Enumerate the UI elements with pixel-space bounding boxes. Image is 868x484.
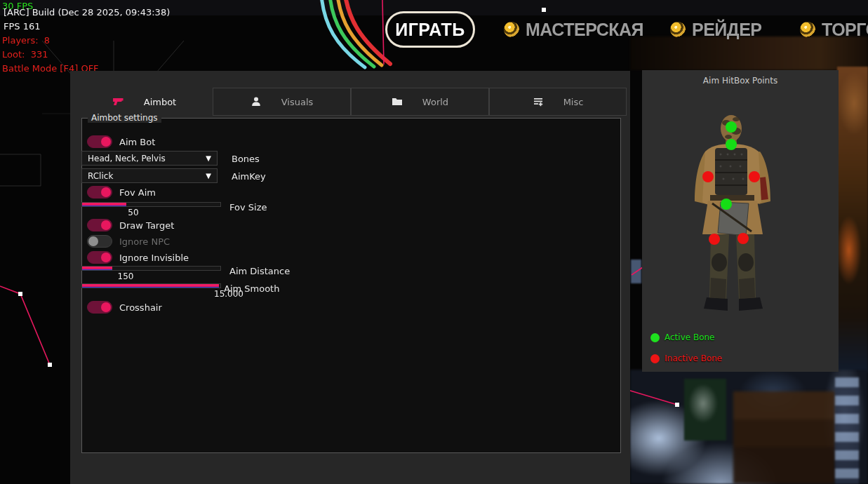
crosshair-row: Crosshair (87, 301, 112, 314)
toggle-knob (101, 253, 111, 262)
legend-label: Active Bone (665, 332, 715, 342)
slider-fill (82, 284, 219, 288)
hitbox-dot-pelvis[interactable] (721, 199, 732, 210)
draw-target-row: Draw Target (87, 219, 112, 231)
hitbox-dot-right-thigh[interactable] (737, 233, 749, 244)
draw-target-label: Draw Target (119, 220, 174, 231)
hitbox-dot-left-shoulder[interactable] (702, 171, 714, 182)
chevron-down-icon: ▼ (206, 172, 211, 180)
ignore-npc-row: Ignore NPC (87, 235, 112, 248)
ignore-npc-toggle[interactable] (87, 235, 112, 248)
ignore-invisible-row: Ignore Invisible (87, 251, 112, 264)
aim-hitbox-panel: Aim HitBox Points (642, 70, 839, 372)
crates (733, 391, 835, 484)
aim-distance-slider[interactable] (81, 266, 221, 271)
aim-bot-toggle[interactable] (87, 135, 112, 148)
slider-fill (82, 203, 126, 206)
fov-size-label: Fov Size (229, 202, 267, 213)
ignore-invisible-toggle[interactable] (87, 251, 112, 264)
toggle-knob (101, 220, 111, 230)
aim-bot-row: Aim Bot (87, 135, 112, 148)
bones-dropdown-value: Head, Neck, Pelvis (88, 154, 166, 163)
coin-icon (670, 22, 686, 37)
ignore-npc-label: Ignore NPC (119, 236, 170, 247)
hitbox-dot-left-thigh[interactable] (709, 234, 720, 245)
aimkey-label: AimKey (232, 171, 266, 182)
toggle-knob (101, 187, 111, 197)
fov-size-value: 50 (112, 208, 154, 217)
fov-size-slider[interactable] (81, 202, 221, 207)
hud-fps-counter: FPS 161 (4, 22, 41, 31)
hitbox-dot-head[interactable] (726, 121, 737, 133)
bones-dropdown[interactable]: Head, Neck, Pelvis ▼ (81, 151, 218, 166)
draw-target-toggle[interactable] (87, 219, 112, 231)
menu-item-trader[interactable]: ТОРГО (800, 20, 868, 39)
chevron-down-icon: ▼ (206, 154, 211, 162)
legend-inactive-bone: Inactive Bone (650, 354, 722, 363)
menu-item-label: МАСТЕРСКАЯ (526, 20, 643, 40)
fov-aim-row: Fov Aim (87, 186, 112, 199)
hud-build-info: [ARC] Build (Dec 28 2025, 09:43:38) (4, 8, 170, 17)
hitbox-dot-neck[interactable] (726, 139, 737, 150)
aim-smooth-value: 15.000 (208, 289, 250, 299)
tab-label: Misc (563, 97, 584, 107)
blue-object (631, 260, 641, 283)
hitbox-dot-right-shoulder[interactable] (749, 171, 760, 182)
toggle-knob (101, 302, 111, 312)
tab-label: Visuals (281, 97, 314, 107)
lit-shelf (835, 377, 859, 484)
play-button[interactable]: ИГРАТЬ (385, 11, 475, 48)
bones-label: Bones (232, 154, 260, 164)
aim-bot-label: Aim Bot (119, 137, 155, 147)
hitbox-panel-title: Aim HitBox Points (642, 76, 839, 86)
tab-aimbot[interactable]: Aimbot (76, 88, 213, 116)
menu-item-workshop[interactable]: МАСТЕРСКАЯ (504, 20, 643, 39)
tab-label: Aimbot (144, 97, 176, 107)
cheat-window: Aimbot Visuals World (70, 71, 630, 484)
coin-icon (504, 22, 519, 37)
legend-label: Inactive Bone (665, 354, 722, 363)
menu-item-raider[interactable]: РЕЙДЕР (670, 20, 761, 39)
tab-misc[interactable]: Misc (489, 88, 627, 116)
legend-active-bone: Active Bone (650, 332, 715, 342)
green-sign (684, 379, 726, 441)
toggle-knob (101, 137, 111, 147)
menu-item-label: РЕЙДЕР (692, 20, 761, 40)
rock-background-top (630, 36, 868, 70)
person-icon (251, 96, 262, 107)
hud-loot-count: Loot: 331 (2, 50, 48, 59)
slider-fill (82, 267, 112, 270)
play-button-label: ИГРАТЬ (395, 20, 465, 40)
toggle-knob (88, 236, 98, 246)
tab-visuals[interactable]: Visuals (213, 88, 351, 116)
aim-distance-label: Aim Distance (229, 266, 290, 276)
aim-smooth-slider[interactable] (81, 283, 221, 288)
fov-aim-label: Fov Aim (119, 187, 156, 198)
aimkey-dropdown[interactable]: RClick ▼ (81, 168, 218, 183)
aimkey-dropdown-value: RClick (88, 171, 113, 181)
inactive-bone-dot-icon (650, 354, 660, 363)
tab-label: World (422, 97, 448, 107)
tab-world[interactable]: World (351, 88, 489, 116)
menu-item-label: ТОРГО (822, 20, 868, 40)
aim-distance-value: 150 (105, 271, 147, 281)
crosshair-toggle[interactable] (87, 301, 112, 314)
playlist-add-icon (533, 96, 544, 107)
player-model-preview (684, 111, 782, 318)
rock-background-right (837, 67, 868, 372)
pistol-icon (112, 96, 124, 107)
fov-aim-toggle[interactable] (87, 186, 112, 199)
ignore-invisible-label: Ignore Invisible (119, 253, 189, 263)
crosshair-label: Crosshair (119, 302, 162, 313)
aimbot-controls: Aim Bot Head, Neck, Pelvis ▼ Bones RClic… (81, 118, 621, 453)
folder-icon (392, 96, 403, 107)
hud-players-count: Players: 8 (2, 36, 50, 45)
active-bone-dot-icon (650, 333, 660, 342)
coin-icon (800, 22, 815, 37)
screen: 30 FPS [ARC] Build (Dec 28 2025, 09:43:3… (0, 0, 868, 484)
